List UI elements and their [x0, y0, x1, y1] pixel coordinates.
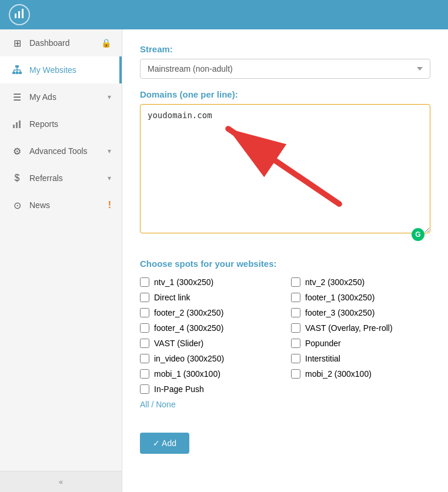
- chevron-down-icon: ▾: [108, 93, 111, 101]
- spot-direct[interactable]: Direct link: [140, 293, 279, 302]
- spots-title: Choose spots for your websites:: [140, 259, 430, 269]
- grid-icon: ⊞: [11, 36, 24, 49]
- spot-interstitial-label: Interstitial: [305, 354, 340, 363]
- spot-inpage[interactable]: In-Page Push: [140, 384, 279, 394]
- sidebar-label-my-websites: My Websites: [29, 65, 111, 75]
- logo-icon: [14, 8, 25, 22]
- spot-mobi1-checkbox[interactable]: [140, 369, 149, 379]
- spot-in-video-label: in_video (300x250): [154, 354, 224, 363]
- spot-ntv2-checkbox[interactable]: [291, 277, 300, 287]
- svg-rect-1: [18, 11, 20, 18]
- domains-textarea[interactable]: youdomain.com: [140, 104, 430, 233]
- news-badge: !: [108, 200, 111, 210]
- spots-grid: ntv_1 (300x250) ntv_2 (300x250) Direct l…: [140, 277, 430, 394]
- spot-ntv1-label: ntv_1 (300x250): [154, 277, 213, 287]
- spot-ntv2[interactable]: ntv_2 (300x250): [291, 277, 430, 287]
- svg-rect-3: [15, 65, 19, 68]
- spots-section: Choose spots for your websites: ntv_1 (3…: [140, 259, 430, 421]
- sidebar-label-dashboard: Dashboard: [29, 38, 101, 48]
- spot-ntv1-checkbox[interactable]: [140, 277, 149, 287]
- spot-direct-checkbox[interactable]: [140, 293, 149, 302]
- spot-mobi1-label: mobi_1 (300x100): [154, 369, 220, 379]
- sidebar-collapse-button[interactable]: «: [0, 471, 122, 492]
- spot-mobi2-checkbox[interactable]: [291, 369, 300, 379]
- spot-mobi2[interactable]: mobi_2 (300x100): [291, 369, 430, 379]
- svg-rect-4: [12, 72, 15, 74]
- svg-rect-5: [16, 72, 19, 74]
- spot-footer1-label: footer_1 (300x250): [305, 293, 375, 302]
- gear-icon: ⚙: [11, 145, 24, 158]
- spot-direct-label: Direct link: [154, 293, 190, 302]
- spot-footer3[interactable]: footer_3 (300x250): [291, 308, 430, 317]
- sidebar: ⊞ Dashboard 🔒 My Websites: [0, 29, 122, 492]
- spot-footer2-checkbox[interactable]: [140, 308, 149, 317]
- list-icon: ☰: [11, 91, 24, 103]
- grammarly-icon: G: [412, 228, 424, 241]
- stream-select[interactable]: Mainstream (non-adult) Adult: [140, 59, 430, 79]
- chevron-down-icon-2: ▾: [108, 147, 111, 155]
- spot-in-video-checkbox[interactable]: [140, 354, 149, 363]
- spot-vast-slider-label: VAST (Slider): [154, 339, 203, 348]
- sidebar-item-dashboard[interactable]: ⊞ Dashboard 🔒: [0, 29, 122, 56]
- spot-in-video[interactable]: in_video (300x250): [140, 354, 279, 363]
- spot-vast-overlay-checkbox[interactable]: [291, 323, 300, 333]
- lifebuoy-icon: ⊙: [11, 199, 24, 212]
- spot-ntv2-label: ntv_2 (300x250): [305, 277, 365, 287]
- spot-vast-overlay-label: VAST (Overlay, Pre-roll): [305, 323, 393, 333]
- spot-footer1[interactable]: footer_1 (300x250): [291, 293, 430, 302]
- top-header: [0, 0, 448, 29]
- domains-wrapper: youdomain.com G: [140, 104, 430, 247]
- svg-rect-12: [13, 125, 15, 128]
- spot-vast-slider[interactable]: VAST (Slider): [140, 339, 279, 348]
- logo[interactable]: [9, 4, 30, 25]
- stream-label: Stream:: [140, 44, 430, 54]
- spot-ntv1[interactable]: ntv_1 (300x250): [140, 277, 279, 287]
- sidebar-item-my-websites[interactable]: My Websites: [0, 56, 122, 83]
- spot-footer4-checkbox[interactable]: [140, 323, 149, 333]
- spot-footer4[interactable]: footer_4 (300x250): [140, 323, 279, 333]
- collapse-icon: «: [59, 477, 63, 486]
- svg-rect-2: [22, 9, 24, 18]
- spot-footer3-checkbox[interactable]: [291, 308, 300, 317]
- sidebar-item-advanced-tools[interactable]: ⚙ Advanced Tools ▾: [0, 138, 122, 165]
- spot-popunder-checkbox[interactable]: [291, 339, 300, 348]
- lock-icon: 🔒: [101, 38, 111, 48]
- sidebar-label-referrals: Referrals: [29, 173, 108, 183]
- spot-inpage-checkbox[interactable]: [140, 384, 149, 394]
- spot-popunder[interactable]: Popunder: [291, 339, 430, 348]
- sidebar-item-news[interactable]: ⊙ News !: [0, 192, 122, 219]
- spot-footer2[interactable]: footer_2 (300x250): [140, 308, 279, 317]
- svg-rect-6: [19, 72, 22, 74]
- spot-footer4-label: footer_4 (300x250): [154, 323, 223, 333]
- sidebar-label-advanced-tools: Advanced Tools: [29, 146, 108, 156]
- sidebar-item-referrals[interactable]: $ Referrals ▾: [0, 165, 122, 192]
- spot-vast-overlay[interactable]: VAST (Overlay, Pre-roll): [291, 323, 430, 333]
- spot-mobi1[interactable]: mobi_1 (300x100): [140, 369, 279, 379]
- spot-footer1-checkbox[interactable]: [291, 293, 300, 302]
- sidebar-label-my-ads: My Ads: [29, 92, 108, 102]
- sitemap-icon: [11, 63, 24, 76]
- sidebar-item-reports[interactable]: Reports: [0, 111, 122, 138]
- spot-interstitial-checkbox[interactable]: [291, 354, 300, 363]
- all-none-link[interactable]: All / None: [140, 400, 176, 409]
- spot-popunder-label: Popunder: [305, 339, 341, 348]
- bar-chart-icon: [11, 118, 24, 130]
- sidebar-item-my-ads[interactable]: ☰ My Ads ▾: [0, 83, 122, 111]
- svg-rect-0: [15, 14, 16, 18]
- chevron-down-icon-3: ▾: [108, 174, 111, 182]
- spot-footer3-label: footer_3 (300x250): [305, 308, 375, 317]
- sidebar-label-reports: Reports: [29, 119, 111, 129]
- spot-vast-slider-checkbox[interactable]: [140, 339, 149, 348]
- spot-footer2-label: footer_2 (300x250): [154, 308, 223, 317]
- dollar-icon: $: [11, 172, 24, 185]
- main-layout: ⊞ Dashboard 🔒 My Websites: [0, 29, 448, 492]
- spot-mobi2-label: mobi_2 (300x100): [305, 369, 372, 379]
- content-area: Stream: Mainstream (non-adult) Adult Dom…: [122, 29, 448, 492]
- spot-interstitial[interactable]: Interstitial: [291, 354, 430, 363]
- svg-rect-13: [16, 122, 18, 128]
- svg-rect-14: [19, 121, 21, 128]
- sidebar-label-news: News: [29, 200, 108, 210]
- spot-inpage-label: In-Page Push: [154, 384, 204, 394]
- domains-label: Domains (one per line):: [140, 89, 430, 99]
- add-button[interactable]: ✓ Add: [140, 433, 189, 454]
